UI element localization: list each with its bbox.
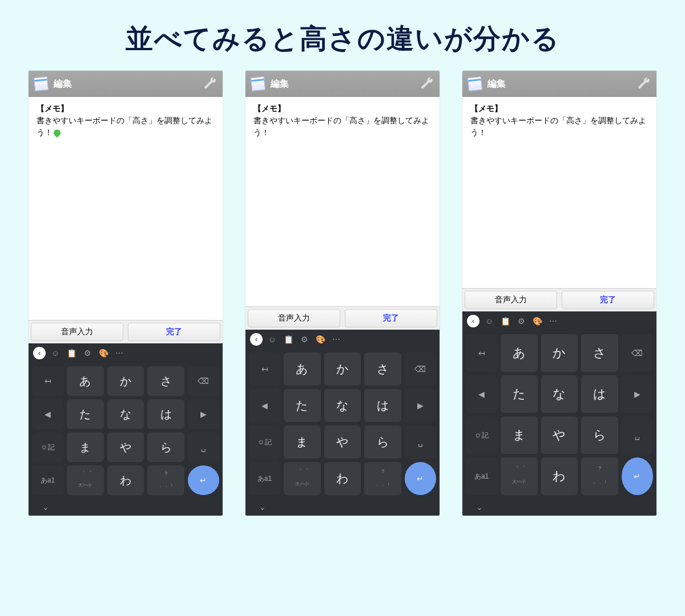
collapse-keyboard-icon[interactable]: ⌄: [476, 502, 483, 512]
collapse-keyboard-icon[interactable]: ⌄: [42, 502, 49, 512]
key-enter[interactable]: ↵: [622, 457, 653, 495]
key-dakuten[interactable]: ゛ ゜大⇔小: [501, 457, 538, 495]
key-sa[interactable]: さ: [581, 334, 618, 372]
done-button[interactable]: 完了: [345, 309, 437, 327]
key-sa[interactable]: さ: [364, 352, 401, 386]
phone-3: 編集 【メモ】 書きやすいキーボードの「高さ」を調整してみよう！ 音声入力 完了…: [462, 71, 656, 516]
key-ha[interactable]: は: [147, 399, 184, 429]
key-ha[interactable]: は: [364, 389, 401, 422]
clipboard-icon[interactable]: 📋: [282, 333, 295, 346]
collapse-keyboard-icon[interactable]: ⌄: [259, 502, 266, 512]
key-space[interactable]: ␣: [405, 425, 436, 459]
keyboard-grid: ↤ あ か さ ⌫ ◀ た な は ▶ ☺記 ま や ら ␣ あa1 ゛ ゜大⇔…: [462, 331, 656, 499]
keyboard-toolbar: ‹ ☺ 📋 ⚙ 🎨 ⋯: [245, 330, 440, 349]
key-ma[interactable]: ま: [284, 425, 321, 459]
more-icon[interactable]: ⋯: [330, 333, 342, 346]
key-ra[interactable]: ら: [364, 425, 401, 459]
key-space[interactable]: ␣: [188, 432, 219, 462]
clipboard-icon[interactable]: 📋: [65, 347, 78, 359]
key-a[interactable]: あ: [67, 366, 104, 396]
key-ya[interactable]: や: [541, 416, 578, 454]
key-ma[interactable]: ま: [501, 416, 538, 454]
wrench-icon[interactable]: [203, 77, 217, 91]
key-na[interactable]: な: [324, 389, 361, 422]
key-ta[interactable]: た: [67, 399, 104, 429]
kb-back-button[interactable]: ‹: [250, 333, 263, 346]
note-area[interactable]: 【メモ】 書きやすいキーボードの「高さ」を調整してみよう！: [462, 97, 656, 139]
key-cursor-right[interactable]: ▶: [405, 389, 436, 422]
gear-icon[interactable]: ⚙: [515, 315, 527, 327]
key-punct[interactable]: ?。 、 !: [147, 465, 184, 495]
voice-input-button[interactable]: 音声入力: [465, 291, 557, 309]
key-undo[interactable]: ↤: [249, 352, 280, 386]
key-ka[interactable]: か: [541, 334, 578, 372]
key-a[interactable]: あ: [501, 334, 538, 372]
sticker-icon[interactable]: ☺: [49, 347, 62, 359]
palette-icon[interactable]: 🎨: [97, 347, 110, 359]
key-punct[interactable]: ?。 、 !: [364, 462, 401, 495]
titlebar-title: 編集: [271, 78, 289, 90]
key-ya[interactable]: や: [107, 432, 144, 462]
gear-icon[interactable]: ⚙: [81, 347, 94, 359]
more-icon[interactable]: ⋯: [113, 347, 126, 359]
key-mode[interactable]: あa1: [466, 457, 497, 495]
key-ya[interactable]: や: [324, 425, 361, 459]
key-ka[interactable]: か: [107, 366, 144, 396]
key-emoji[interactable]: ☺記: [466, 416, 497, 454]
key-wa[interactable]: わ: [324, 462, 361, 495]
key-ka[interactable]: か: [324, 352, 361, 386]
action-bar: 音声入力 完了: [245, 306, 440, 330]
key-mode[interactable]: あa1: [249, 462, 280, 495]
voice-input-button[interactable]: 音声入力: [31, 323, 123, 341]
key-backspace[interactable]: ⌫: [405, 352, 436, 386]
key-dakuten[interactable]: ゛ ゜大⇔小: [284, 462, 321, 495]
key-ta[interactable]: た: [284, 389, 321, 422]
palette-icon[interactable]: 🎨: [531, 315, 543, 327]
key-a[interactable]: あ: [284, 352, 321, 386]
key-cursor-left[interactable]: ◀: [32, 399, 63, 429]
done-button[interactable]: 完了: [128, 323, 220, 341]
key-wa[interactable]: わ: [107, 465, 144, 495]
more-icon[interactable]: ⋯: [547, 315, 559, 327]
key-emoji[interactable]: ☺記: [249, 425, 280, 459]
kb-back-button[interactable]: ‹: [33, 347, 46, 359]
key-ha[interactable]: は: [581, 375, 618, 413]
key-na[interactable]: な: [541, 375, 578, 413]
key-backspace[interactable]: ⌫: [622, 334, 653, 372]
key-undo[interactable]: ↤: [32, 366, 63, 396]
key-wa[interactable]: わ: [541, 457, 578, 495]
done-button[interactable]: 完了: [562, 291, 654, 309]
titlebar: 編集: [245, 71, 440, 97]
wrench-icon[interactable]: [637, 77, 651, 91]
notepad-icon: [251, 76, 265, 91]
key-na[interactable]: な: [107, 399, 144, 429]
clipboard-icon[interactable]: 📋: [499, 315, 511, 327]
key-cursor-left[interactable]: ◀: [466, 375, 497, 413]
key-ra[interactable]: ら: [581, 416, 618, 454]
palette-icon[interactable]: 🎨: [314, 333, 327, 346]
key-cursor-right[interactable]: ▶: [188, 399, 219, 429]
voice-input-button[interactable]: 音声入力: [248, 309, 340, 327]
key-cursor-right[interactable]: ▶: [622, 375, 653, 413]
sticker-icon[interactable]: ☺: [483, 315, 495, 327]
key-cursor-left[interactable]: ◀: [249, 389, 280, 422]
key-space[interactable]: ␣: [622, 416, 653, 454]
gear-icon[interactable]: ⚙: [298, 333, 311, 346]
note-area[interactable]: 【メモ】 書きやすいキーボードの「高さ」を調整してみよう！: [245, 97, 440, 139]
key-mode[interactable]: あa1: [32, 465, 63, 495]
key-enter[interactable]: ↵: [188, 465, 219, 495]
key-undo[interactable]: ↤: [466, 334, 497, 372]
note-area[interactable]: 【メモ】 書きやすいキーボードの「高さ」を調整してみよう！: [29, 97, 223, 139]
sticker-icon[interactable]: ☺: [266, 333, 279, 346]
key-enter[interactable]: ↵: [405, 462, 436, 495]
key-ta[interactable]: た: [501, 375, 538, 413]
key-ma[interactable]: ま: [67, 432, 104, 462]
key-emoji[interactable]: ☺記: [32, 432, 63, 462]
key-ra[interactable]: ら: [147, 432, 184, 462]
key-punct[interactable]: ?。 、 !: [581, 457, 618, 495]
key-backspace[interactable]: ⌫: [188, 366, 219, 396]
key-sa[interactable]: さ: [147, 366, 184, 396]
kb-back-button[interactable]: ‹: [467, 315, 480, 327]
key-dakuten[interactable]: ゛ ゜大⇔小: [67, 465, 104, 495]
wrench-icon[interactable]: [420, 77, 434, 91]
